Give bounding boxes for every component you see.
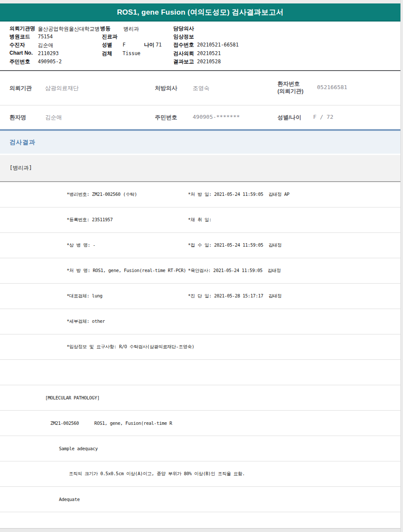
chart-no-value: 2110293 (38, 50, 58, 56)
report-date-label: 결과보고 (173, 58, 194, 65)
clinical-info-label: 임상정보 (173, 33, 194, 40)
patient-row: 환자명 김순애 주민번호 490905-******* 성별/나이 F / 72 (0, 105, 400, 129)
footer-strip (0, 528, 400, 532)
patient-no-label-line2: (의뢰기관) (277, 87, 304, 95)
sex-age-label: 성별/나이 (277, 114, 301, 121)
page-title: ROS1, gene Fusion (여의도성모) 검사결과보고서 (117, 7, 283, 17)
prescriber-value: 조영숙 (193, 84, 209, 92)
patient-no-value: 052166581 (317, 84, 347, 90)
adequacy-result-text: Adequate (59, 497, 80, 502)
main-specimen-text: *대표검체: lung (67, 293, 102, 299)
sex-label: 성별 (102, 41, 112, 49)
patient-label: 수진자 (9, 41, 25, 49)
result-row-blank-1 (0, 360, 400, 385)
hospital-code-value: 75154 (38, 34, 53, 40)
results-section-title: 검사결과 (9, 139, 35, 146)
org-label: 의뢰기관명 (9, 25, 35, 32)
result-row-pathology-no: *병리번호: ZM21-002560 (수탁) *처 방 일: 2021-05-… (0, 182, 400, 207)
result-row-molecular-header: [MOLECULAR PATHOLOGY] (0, 385, 400, 411)
result-row-order-name: *처 방 명: ROS1, gene, Fusion(real-time RT-… (0, 258, 400, 284)
header-divider (0, 70, 400, 71)
chart-no-label: Chart No. (9, 50, 33, 56)
molecular-header-text: [MOLECULAR PATHOLOGY] (45, 395, 99, 400)
org-value: 울산공업학원울산대학교병 (38, 25, 100, 33)
dept-header-band: [병리과] (0, 155, 400, 182)
result-row-main-specimen: *대표검체: lung *진 단 일: 2021-05-28 15:17:17 … (0, 284, 400, 309)
prescriber-label: 처방의사 (155, 84, 177, 92)
order-name-text: *처 방 명: ROS1, gene, Fusion(real-time RT-… (67, 268, 186, 274)
hospital-code-label: 병원코드 (9, 33, 30, 40)
accession-no-value: 20210521-66581 (197, 42, 239, 48)
accession-no-label: 접수번호 (173, 41, 194, 49)
age-label: 나이 (144, 41, 154, 49)
masked-resident-no-value: 490905-******* (193, 114, 240, 120)
result-row-adequacy-result: Adequate (0, 487, 400, 512)
right-margin-strip (400, 0, 403, 532)
patient-no-label-line1: 환자번호 (277, 80, 300, 88)
result-row-clinical-request: *임상정보 및 요구사항: R/O 수탁검사(삼광의료재단-조영숙) (0, 334, 400, 360)
specimen-label: 검체 (102, 50, 112, 57)
diagnosis-date-text: *진 단 일: 2021-05-28 15:17:17 김태정 (188, 293, 282, 299)
result-row-test-id: ZM21-002560 ROS1, gene, Fusion(real-time… (0, 411, 400, 436)
ward-label: 병동 (100, 25, 111, 32)
clinical-request-text: *임상정보 및 요구사항: R/O 수탁검사(삼광의료재단-조영숙) (67, 344, 194, 350)
patient-value: 김순애 (38, 42, 53, 49)
gross-exam-text: *육안검사: 2021-05-24 11:59:05 김태정 (188, 268, 281, 274)
ward-value: 병리과 (123, 25, 139, 33)
referral-row: 의뢰기관 삼광의료재단 처방의사 조영숙 환자번호 (의뢰기관) 0521665… (0, 71, 400, 105)
sex-value: F (123, 42, 126, 48)
request-date-label: 검사의뢰 (173, 50, 194, 57)
adequacy-criteria-text: 조직의 크기가 0.5x0.5cm 이상(A)이고, 종양 부위가 80% 이상… (69, 471, 245, 477)
department-label: 진료과 (102, 33, 117, 40)
patient-name-value: 김순애 (45, 114, 62, 121)
result-row-diagnosis-name: *상 병 명: - *접 수 일: 2021-05-24 11:59:05 김태… (0, 233, 400, 258)
pathology-no-text: *병리번호: ZM21-002560 (수탁) (67, 192, 137, 198)
order-date-text: *처 방 일: 2021-05-24 11:59:05 김태정 AP (188, 192, 289, 198)
top-margin-strip (0, 0, 403, 3)
receipt-date-text: *접 수 일: 2021-05-24 11:59:05 김태정 (188, 242, 282, 248)
result-row-registration-no: *등록번호: 23511957 *채 취 일: (0, 207, 400, 233)
sub-specimen-text: *세부검체: other (67, 319, 105, 325)
test-id-text: ZM21-002560 ROS1, gene, Fusion(real-time… (50, 421, 172, 426)
patient-header: 의뢰기관명 울산공업학원울산대학교병 병동 병리과 담당의사 병원코드 7515… (0, 22, 400, 70)
dept-header-text: [병리과] (9, 164, 32, 172)
report-date-value: 20210528 (197, 59, 221, 65)
referrer-value: 삼광의료재단 (45, 84, 79, 92)
patient-name-label: 환자명 (9, 114, 26, 121)
attending-doctor-label: 담당의사 (173, 25, 194, 32)
report-title-bar: ROS1, gene Fusion (여의도성모) 검사결과보고서 (0, 3, 400, 22)
referrer-label: 의뢰기관 (9, 84, 32, 92)
diagnosis-name-text: *상 병 명: - (67, 242, 95, 248)
result-row-sub-specimen: *세부검체: other (0, 309, 400, 334)
sample-adequacy-text: Sample adequacy (59, 446, 98, 451)
collection-date-text: *채 취 일: (188, 217, 212, 223)
specimen-value: Tissue (123, 50, 141, 56)
registration-no-text: *등록번호: 23511957 (67, 217, 113, 223)
result-rows: *병리번호: ZM21-002560 (수탁) *처 방 일: 2021-05-… (0, 182, 400, 528)
resident-no-value: 490905-2 (38, 59, 62, 65)
age-value: 71 (156, 42, 162, 48)
masked-resident-no-label: 주민번호 (155, 114, 177, 121)
sex-age-value: F / 72 (313, 114, 333, 120)
report-page: ROS1, gene Fusion (여의도성모) 검사결과보고서 의뢰기관명 … (0, 0, 403, 532)
result-row-sample-adequacy: Sample adequacy (0, 436, 400, 461)
result-row-adequacy-criteria: 조직의 크기가 0.5x0.5cm 이상(A)이고, 종양 부위가 80% 이상… (0, 461, 400, 487)
resident-no-label: 주민번호 (9, 58, 30, 65)
request-date-value: 20210521 (197, 50, 221, 56)
results-section-header: 검사결과 (0, 131, 400, 154)
result-row-blank-2 (0, 512, 400, 528)
